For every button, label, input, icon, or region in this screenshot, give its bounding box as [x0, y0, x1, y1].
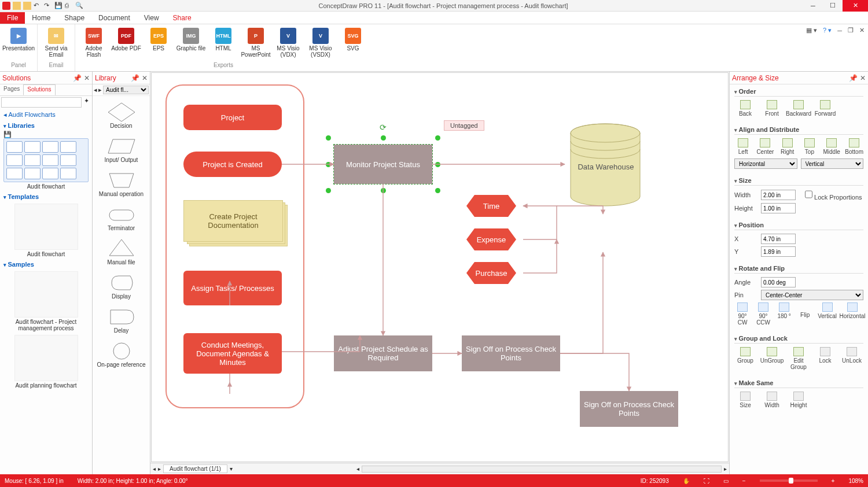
wand-icon[interactable]: ✦ — [82, 97, 91, 108]
dist-horizontal[interactable]: Horizontal — [734, 158, 797, 169]
shape-project[interactable]: Project — [183, 105, 282, 130]
drawing-canvas[interactable]: Project Project is Created Create Projec… — [152, 73, 728, 462]
subtab-solutions[interactable]: Solutions — [23, 84, 55, 95]
editgroup-btn[interactable]: Edit Group — [788, 347, 810, 370]
tab-nav-next[interactable]: ▸ — [158, 466, 161, 472]
subtab-pages[interactable]: Pages — [0, 84, 23, 95]
send-email-button[interactable]: ✉ Send via Email — [41, 25, 71, 58]
rot-180[interactable]: 180 ° — [776, 302, 792, 326]
lib-shape-display[interactable]: Display — [93, 269, 150, 303]
angle-input[interactable] — [761, 277, 796, 287]
shape-created[interactable]: Project is Created — [183, 152, 282, 177]
tab-file[interactable]: File — [0, 12, 25, 24]
new-icon[interactable] — [13, 2, 21, 10]
preview-icon[interactable]: 🔍 — [75, 2, 83, 10]
sample2-thumb[interactable]: Audit planning flowchart — [3, 335, 89, 389]
undo-icon[interactable]: ↶ — [34, 2, 42, 10]
pin-icon[interactable]: 📌 — [73, 74, 82, 82]
close-panel-icon[interactable]: ✕ — [84, 74, 90, 82]
print-icon[interactable]: ⎙ — [65, 2, 73, 10]
align-bottom[interactable]: Bottom — [845, 138, 863, 155]
hex-purchase[interactable]: Purchase — [459, 261, 523, 285]
order-backward[interactable]: Backward — [788, 100, 810, 117]
align-right[interactable]: Right — [779, 138, 796, 155]
maximize-button[interactable]: ☐ — [823, 0, 843, 12]
flip-horiz[interactable]: Horizontal — [841, 302, 863, 326]
hex-expense[interactable]: Expense — [459, 228, 523, 251]
export-adobe-flash[interactable]: SWFAdobe Flash — [79, 25, 109, 58]
close-panel-icon[interactable]: ✕ — [860, 74, 866, 82]
export-adobe-pdf[interactable]: PDFAdobe PDF — [111, 25, 141, 51]
rot-ccw[interactable]: 90° CCW — [755, 302, 771, 326]
export-ms-visio-vsdx-[interactable]: VMS Visio (VSDX) — [306, 25, 336, 58]
lock-proportions[interactable] — [805, 189, 812, 200]
lib-shape-delay[interactable]: Delay — [93, 303, 150, 337]
shape-adjust[interactable]: Adjust Project Schedule as Required — [334, 335, 432, 371]
rot-cw[interactable]: 90° CW — [734, 302, 751, 326]
tab-nav-prev[interactable]: ◂ — [153, 466, 156, 472]
export-graphic-file[interactable]: IMGGraphic file — [176, 25, 206, 51]
x-input[interactable] — [761, 234, 796, 244]
align-header[interactable]: Align and Distribute — [734, 125, 863, 135]
lib-shape-terminator[interactable]: Terminator — [93, 201, 150, 235]
hscrollbar[interactable] — [362, 466, 722, 473]
tab-share[interactable]: Share — [166, 12, 198, 24]
pin-icon[interactable]: 📌 — [131, 74, 139, 82]
export-ms-visio-vdx-[interactable]: VMS Visio (VDX) — [273, 25, 303, 58]
close-button[interactable]: ✕ — [843, 0, 868, 12]
tab-shape[interactable]: Shape — [57, 12, 91, 24]
canvas-scroll[interactable]: Project Project is Created Create Projec… — [151, 72, 729, 462]
align-top[interactable]: Top — [801, 138, 818, 155]
order-header[interactable]: Order — [734, 87, 863, 97]
export-svg[interactable]: SVGSVG — [338, 25, 368, 51]
same-width[interactable]: Width — [761, 392, 783, 408]
pin-icon[interactable]: 📌 — [849, 74, 858, 82]
order-back[interactable]: Back — [734, 100, 756, 117]
template-thumb[interactable]: Audit flowchart — [3, 204, 89, 257]
lib-shape-input-output[interactable]: Input/ Output — [93, 132, 150, 167]
hscroll-right[interactable]: ▸ — [724, 466, 727, 472]
unlock-btn[interactable]: UnLock — [841, 347, 863, 370]
shape-monitor[interactable]: Monitor Project Status — [334, 145, 432, 184]
width-input[interactable] — [761, 190, 796, 200]
order-front[interactable]: Front — [761, 100, 783, 117]
pin-select[interactable]: Center-Center — [761, 290, 863, 300]
shape-assign[interactable]: Assign Tasks/ Processes — [183, 271, 282, 305]
group-header[interactable]: Group and Lock — [734, 334, 863, 344]
fit-icon[interactable]: ▭ — [723, 478, 729, 484]
hscroll-left[interactable]: ◂ — [356, 466, 359, 472]
zoom-in-icon[interactable]: + — [832, 478, 835, 484]
shape-docs[interactable]: Create Project Documentation — [183, 200, 288, 246]
library-select[interactable]: Audit fl... — [103, 86, 149, 94]
next-icon[interactable]: ▸ — [98, 86, 102, 94]
doc-tab[interactable]: Audit flowchart (1/1) — [163, 464, 227, 473]
lib-shape-on-page-reference[interactable]: On-page reference — [93, 337, 150, 371]
help-icon[interactable]: ? ▾ — [823, 27, 832, 34]
same-height[interactable]: Height — [788, 392, 810, 408]
open-icon[interactable] — [23, 2, 31, 10]
size-header[interactable]: Size — [734, 176, 863, 186]
tab-view[interactable]: View — [137, 12, 166, 24]
hand-icon[interactable]: ✋ — [683, 478, 690, 484]
tree-libraries[interactable]: Libraries — [3, 122, 89, 129]
tab-home[interactable]: Home — [25, 12, 57, 24]
align-middle[interactable]: Middle — [823, 138, 840, 155]
tab-dropdown[interactable]: ▾ — [230, 466, 233, 472]
tree-samples[interactable]: Samples — [3, 261, 89, 268]
dist-vertical[interactable]: Vertical — [801, 158, 864, 169]
search-input[interactable] — [1, 97, 82, 108]
zoom-slider[interactable] — [760, 479, 818, 482]
shape-meetings[interactable]: Conduct Meetings, Document Agendas & Min… — [183, 333, 282, 374]
position-header[interactable]: Position — [734, 220, 863, 230]
y-input[interactable] — [761, 246, 796, 257]
order-forward[interactable]: Forward — [814, 100, 836, 117]
export-html[interactable]: HTMLHTML — [208, 25, 238, 51]
tree-root[interactable]: ◂ Audit Flowcharts — [3, 111, 89, 119]
grid-icon[interactable]: ▦ ▾ — [806, 27, 817, 34]
lib-shape-decision[interactable]: Decision — [93, 98, 150, 132]
lib-shape-manual-operation[interactable]: Manual operation — [93, 167, 150, 201]
shape-signoff2[interactable]: Sign Off on Process Check Points — [580, 391, 678, 427]
height-input[interactable] — [761, 203, 796, 213]
prev-icon[interactable]: ◂ — [94, 86, 97, 94]
export-eps[interactable]: EPSEPS — [144, 25, 174, 51]
